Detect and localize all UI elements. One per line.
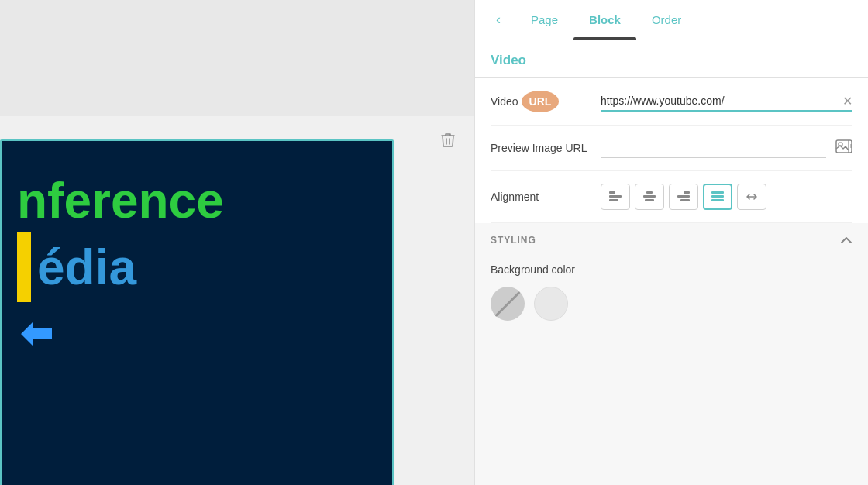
video-url-input[interactable] [601, 91, 852, 112]
top-gray-bar [0, 0, 474, 116]
svg-rect-8 [609, 199, 618, 201]
styling-content: Background color [475, 257, 868, 336]
preview-image-row: Preview Image URL [491, 126, 852, 171]
conference-text-line1: nference [17, 172, 224, 229]
svg-rect-12 [684, 191, 690, 194]
color-swatch-white[interactable] [534, 287, 568, 321]
styling-title: STYLING [491, 235, 536, 246]
conference-image: nference édia [2, 141, 392, 485]
svg-rect-9 [646, 191, 653, 194]
color-swatch-none[interactable] [491, 287, 525, 321]
section-header: Video [475, 40, 868, 78]
tab-bar: ‹ Page Block Order [475, 0, 868, 40]
url-highlight-badge: URL [522, 91, 560, 112]
svg-rect-14 [680, 199, 690, 201]
preview-image-input[interactable] [601, 138, 826, 158]
back-button[interactable]: ‹ [487, 9, 509, 31]
video-url-row: Video URL ✕ [491, 78, 852, 126]
video-preview-block: nference édia [0, 139, 394, 485]
delete-button[interactable] [436, 127, 460, 152]
styling-section: STYLING Background color [475, 223, 868, 485]
svg-rect-6 [609, 191, 615, 194]
tab-order[interactable]: Order [636, 0, 697, 40]
svg-rect-11 [645, 199, 654, 201]
preview-image-input-wrapper [601, 138, 826, 158]
video-label-group: Video URL [491, 91, 591, 112]
alignment-label: Alignment [491, 191, 591, 203]
svg-rect-2 [839, 143, 842, 146]
svg-rect-16 [711, 195, 724, 198]
chevron-up-icon [840, 234, 852, 246]
svg-marker-0 [21, 322, 52, 346]
fields-area: Video URL ✕ Preview Image URL [475, 78, 868, 223]
svg-rect-17 [711, 199, 724, 201]
left-panel: nference édia [0, 0, 474, 485]
preview-image-label: Preview Image URL [491, 141, 591, 155]
media-text: édia [37, 239, 136, 296]
align-full-button[interactable] [703, 184, 732, 210]
svg-rect-7 [609, 195, 622, 198]
clear-video-url-button[interactable]: ✕ [842, 95, 852, 108]
content-area: nference édia [0, 116, 474, 485]
section-title: Video [491, 53, 526, 67]
alignment-options [601, 184, 766, 210]
bg-color-label: Background color [491, 263, 852, 276]
alignment-row: Alignment [491, 171, 852, 223]
align-stretch-button[interactable] [737, 184, 766, 210]
svg-rect-10 [643, 195, 656, 198]
tab-block[interactable]: Block [574, 0, 636, 40]
color-swatches [491, 287, 852, 321]
align-left-button[interactable] [601, 184, 630, 210]
video-url-input-wrapper: ✕ [601, 91, 852, 112]
video-text-label: Video [491, 95, 518, 108]
align-center-button[interactable] [635, 184, 664, 210]
tab-page[interactable]: Page [515, 0, 574, 40]
styling-header[interactable]: STYLING [475, 223, 868, 257]
svg-rect-13 [677, 195, 690, 198]
image-browse-icon[interactable] [835, 139, 852, 157]
align-right-button[interactable] [669, 184, 698, 210]
svg-rect-15 [711, 191, 724, 194]
right-panel: ‹ Page Block Order Video Video URL ✕ [474, 0, 868, 485]
